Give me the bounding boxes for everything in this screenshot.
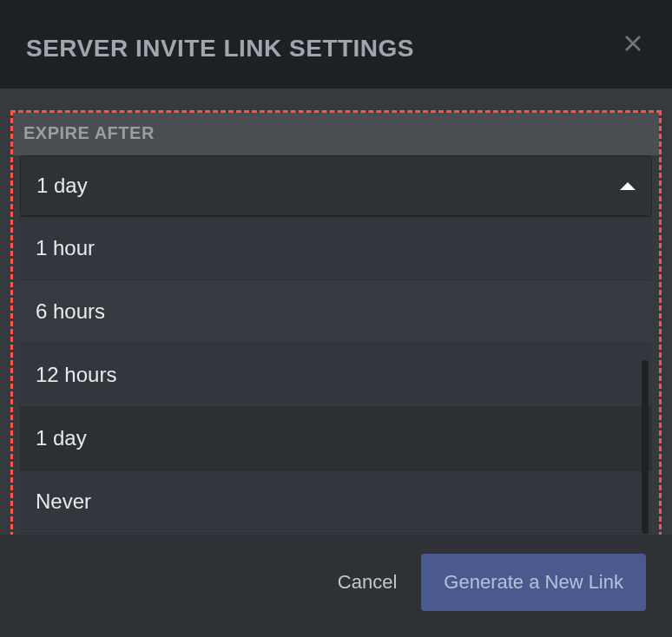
- cancel-button[interactable]: Cancel: [338, 571, 397, 594]
- scrollbar-thumb[interactable]: [642, 360, 649, 534]
- expire-after-label: EXPIRE AFTER: [13, 113, 659, 155]
- invite-settings-modal: SERVER INVITE LINK SETTINGS EXPIRE AFTER…: [0, 0, 672, 637]
- dropdown-option-never[interactable]: Never: [20, 470, 652, 534]
- modal-title: SERVER INVITE LINK SETTINGS: [26, 35, 646, 62]
- dropdown-option-6hours[interactable]: 6 hours: [20, 280, 652, 344]
- expire-select-value: 1 day: [36, 174, 88, 198]
- modal-footer: Cancel Generate a New Link: [0, 535, 672, 637]
- chevron-up-icon: [620, 182, 636, 190]
- dropdown-option-1day[interactable]: 1 day: [20, 407, 652, 470]
- dropdown-option-1hour[interactable]: 1 hour: [20, 217, 652, 280]
- expire-select[interactable]: 1 day: [20, 155, 652, 216]
- expire-after-section: EXPIRE AFTER 1 day 1 hour 6 hours 12 hou…: [10, 110, 662, 545]
- close-icon: [623, 33, 643, 54]
- generate-link-button[interactable]: Generate a New Link: [421, 554, 646, 611]
- expire-select-wrapper: 1 day 1 hour 6 hours 12 hours 1 day Neve…: [20, 155, 652, 534]
- dropdown-option-12hours[interactable]: 12 hours: [20, 344, 652, 407]
- expire-dropdown: 1 hour 6 hours 12 hours 1 day Never: [20, 216, 652, 534]
- close-button[interactable]: [620, 30, 646, 56]
- modal-header: SERVER INVITE LINK SETTINGS: [0, 0, 672, 89]
- dropdown-scrollbar[interactable]: [642, 282, 649, 534]
